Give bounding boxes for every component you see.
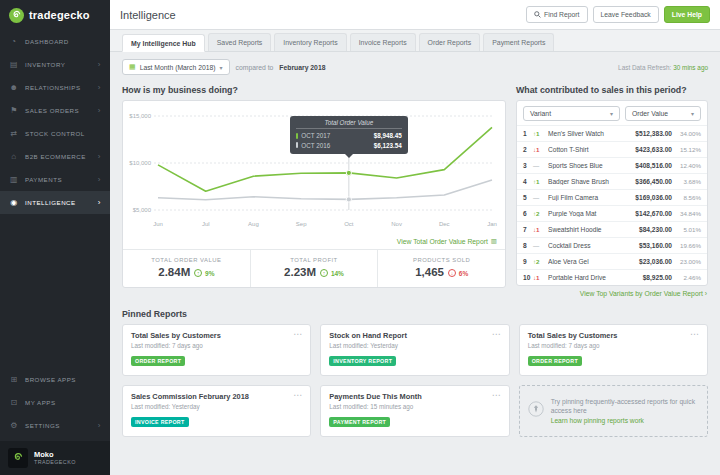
last-data-refresh: Last Data Refresh: 30 mins ago bbox=[618, 64, 708, 71]
sidebar-item-label: RELATIONSHIPS bbox=[25, 84, 81, 91]
sidebar-item-sales-orders[interactable]: ⚑SALES ORDERS› bbox=[0, 99, 110, 122]
total-order-value-chart[interactable]: $15,000$10,000$5,000JunJulAugSepOctNovDe… bbox=[128, 106, 500, 236]
order-value-dropdown[interactable]: Order Value ▾ bbox=[625, 106, 701, 121]
sidebar-item-browse-apps[interactable]: ⊞BROWSE APPS bbox=[0, 368, 110, 391]
tab-payment-reports[interactable]: Payment Reports bbox=[483, 33, 554, 51]
report-card[interactable]: Payments Due This Month⋯Last modified: 1… bbox=[320, 385, 509, 437]
variant-rank: 9 bbox=[523, 258, 533, 265]
chevron-right-icon: › bbox=[98, 106, 101, 115]
stat-value: 2.84M↑ 9% bbox=[123, 266, 250, 278]
tradegecko-logo[interactable]: tradegecko bbox=[0, 0, 110, 30]
sidebar-item-my-apps[interactable]: ⊡MY APPS bbox=[0, 391, 110, 414]
stats-row: TOTAL ORDER VALUE2.84M↑ 9%TOTAL PROFIT2.… bbox=[123, 249, 505, 287]
report-card[interactable]: Total Sales by Customers⋯Last modified: … bbox=[122, 324, 311, 376]
more-options-icon[interactable]: ⋯ bbox=[690, 331, 699, 337]
user-profile[interactable]: Moko TRADEGECKO bbox=[0, 441, 110, 475]
top-header: Intelligence Find Report Leave Feedback … bbox=[110, 0, 720, 30]
variant-order-value: $408,516.00 bbox=[624, 162, 672, 169]
table-row[interactable]: 3—Sports Shoes Blue$408,516.0012.40% bbox=[517, 157, 707, 173]
chart-tooltip: Total Order Value OCT 2017 $8,948.45 OCT… bbox=[290, 116, 408, 154]
tab-saved-reports[interactable]: Saved Reports bbox=[208, 33, 272, 51]
sidebar-item-dashboard[interactable]: ◔DASHBOARD bbox=[0, 30, 110, 53]
report-card[interactable]: Total Sales by Customers⋯Last modified: … bbox=[519, 324, 708, 376]
svg-text:Jul: Jul bbox=[202, 221, 210, 227]
table-row[interactable]: 1↑1Men's Silver Watch$512,383.0034.00% bbox=[517, 125, 707, 141]
pin-tip-link[interactable]: Learn how pinning reports work bbox=[551, 417, 644, 424]
table-row[interactable]: 4↑1Badger Shave Brush$366,450.003.68% bbox=[517, 173, 707, 189]
svg-text:Sep: Sep bbox=[296, 221, 307, 227]
period-value: Last Month (March 2018) bbox=[140, 64, 216, 71]
more-options-icon[interactable]: ⋯ bbox=[492, 331, 501, 337]
report-card-modified: Last modified: 7 days ago bbox=[528, 342, 699, 349]
report-card-modified: Last modified: 7 days ago bbox=[131, 342, 302, 349]
period-dropdown[interactable]: ▦ Last Month (March 2018) ▾ bbox=[122, 59, 230, 75]
tab-invoice-reports[interactable]: Invoice Reports bbox=[350, 33, 416, 51]
stat-delta: ↑ 14% bbox=[320, 270, 344, 277]
sidebar-item-settings[interactable]: ⚙SETTINGS› bbox=[0, 414, 110, 437]
up-arrow-icon: ↑ bbox=[320, 269, 328, 277]
report-card-title: Payments Due This Month bbox=[329, 392, 421, 401]
table-row[interactable]: 6↑2Purple Yoga Mat$142,670.0034.84% bbox=[517, 205, 707, 221]
variant-order-value: $512,383.00 bbox=[624, 130, 672, 137]
rank-change-indicator: ↓1 bbox=[533, 226, 548, 233]
leave-feedback-button[interactable]: Leave Feedback bbox=[593, 6, 659, 23]
down-arrow-icon: ↓ bbox=[448, 269, 456, 277]
report-card[interactable]: Stock on Hand Report⋯Last modified: Yest… bbox=[320, 324, 509, 376]
pin-icon bbox=[528, 401, 544, 421]
table-row[interactable]: 7↓1Sweatshirt Hoodie$84,230.005.01% bbox=[517, 221, 707, 237]
table-row[interactable]: 9↑2Aloe Vera Gel$23,036.0023.00% bbox=[517, 253, 707, 269]
tab-my-intelligence-hub[interactable]: My Intelligence Hub bbox=[122, 34, 205, 52]
sidebar-item-inventory[interactable]: ▤INVENTORY› bbox=[0, 53, 110, 76]
chevron-right-icon: › bbox=[98, 60, 101, 69]
sidebar-item-label: INTELLIGENCE bbox=[25, 199, 76, 206]
inventory-icon: ▤ bbox=[9, 60, 19, 69]
content-area: ▦ Last Month (March 2018) ▾ compared to … bbox=[110, 52, 720, 475]
pin-tip-message: Try pinning frequently-accessed reports … bbox=[551, 398, 695, 414]
sidebar-item-b2b-ecommerce[interactable]: ⌂B2B ECOMMERCE› bbox=[0, 145, 110, 168]
stat-value: 2.23M↑ 14% bbox=[251, 266, 378, 278]
table-row[interactable]: 8—Cocktail Dress$53,160.0019.66% bbox=[517, 237, 707, 253]
stat-label: TOTAL ORDER VALUE bbox=[123, 257, 250, 263]
report-card-title: Total Sales by Customers bbox=[528, 331, 618, 340]
report-card[interactable]: Sales Commission February 2018⋯Last modi… bbox=[122, 385, 311, 437]
more-options-icon[interactable]: ⋯ bbox=[293, 331, 302, 337]
refresh-value-link[interactable]: 30 mins ago bbox=[673, 64, 708, 71]
variant-rank: 10 bbox=[523, 274, 533, 281]
report-type-badge: PAYMENT REPORT bbox=[329, 417, 390, 427]
tab-inventory-reports[interactable]: Inventory Reports bbox=[274, 33, 346, 51]
svg-text:$5,000: $5,000 bbox=[133, 207, 152, 213]
sidebar-item-label: B2B ECOMMERCE bbox=[25, 153, 86, 160]
tab-bar: My Intelligence HubSaved ReportsInventor… bbox=[110, 30, 720, 52]
sidebar-item-label: SALES ORDERS bbox=[25, 107, 79, 114]
variant-percent: 19.66% bbox=[672, 242, 701, 249]
svg-text:Dec: Dec bbox=[439, 221, 450, 227]
view-top-variants-report-link[interactable]: View Top Variants by Order Value Report … bbox=[580, 290, 707, 297]
variant-rank: 2 bbox=[523, 146, 533, 153]
more-options-icon[interactable]: ⋯ bbox=[293, 392, 302, 398]
sidebar-item-label: SETTINGS bbox=[25, 422, 60, 429]
sidebar-item-label: DASHBOARD bbox=[25, 38, 69, 45]
variant-rank: 8 bbox=[523, 242, 533, 249]
table-row[interactable]: 10↓1Portable Hard Drive$8,925.002.46% bbox=[517, 269, 707, 285]
sidebar-item-intelligence[interactable]: ◉INTELLIGENCE› bbox=[0, 191, 110, 214]
find-report-button[interactable]: Find Report bbox=[526, 6, 588, 23]
sidebar-item-stock-control[interactable]: ⇄STOCK CONTROL bbox=[0, 122, 110, 145]
table-row[interactable]: 5—Fuji Film Camera$169,036.008.56% bbox=[517, 189, 707, 205]
sidebar-item-label: MY APPS bbox=[25, 399, 56, 406]
sidebar: tradegecko ◔DASHBOARD▤INVENTORY›☻RELATIO… bbox=[0, 0, 110, 475]
tab-order-reports[interactable]: Order Reports bbox=[419, 33, 481, 51]
variant-order-value: $366,450.00 bbox=[624, 178, 672, 185]
variant-dropdown[interactable]: Variant ▾ bbox=[523, 106, 620, 121]
variant-order-value: $8,925.00 bbox=[624, 274, 672, 281]
sidebar-item-payments[interactable]: ▥PAYMENTS› bbox=[0, 168, 110, 191]
view-total-order-value-report-link[interactable]: View Total Order Value Report ▥ bbox=[397, 237, 497, 245]
table-row[interactable]: 2↓1Cotton T-Shirt$423,633.0015.12% bbox=[517, 141, 707, 157]
variant-name: Sports Shoes Blue bbox=[548, 162, 624, 169]
stat-delta: ↓ 6% bbox=[448, 270, 468, 277]
live-help-button[interactable]: Live Help bbox=[664, 6, 710, 23]
tooltip-value: $8,948.45 bbox=[374, 131, 402, 141]
variant-percent: 8.56% bbox=[672, 194, 701, 201]
more-options-icon[interactable]: ⋯ bbox=[492, 392, 501, 398]
series-2017-chip bbox=[296, 133, 299, 139]
sidebar-item-relationships[interactable]: ☻RELATIONSHIPS› bbox=[0, 76, 110, 99]
